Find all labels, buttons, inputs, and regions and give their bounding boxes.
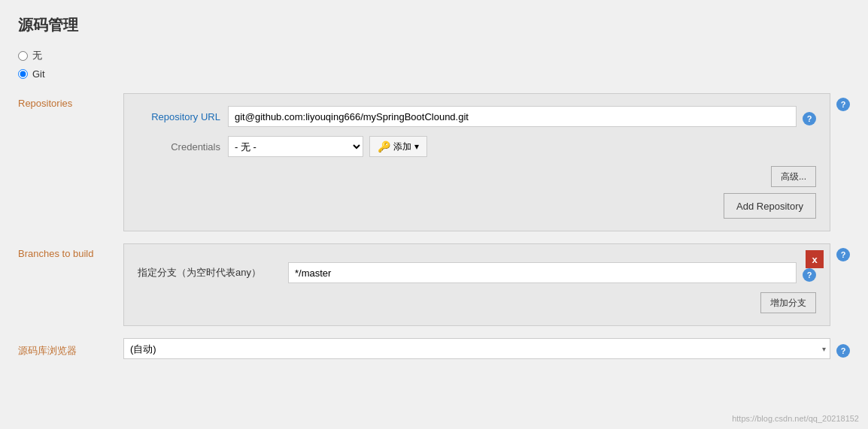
repositories-help-icon[interactable]: ?	[836, 98, 850, 111]
repo-url-help-icon[interactable]: ?	[803, 112, 816, 125]
repositories-section: Repositories Repository URL ? Credential…	[18, 93, 850, 231]
branch-form-row: 指定分支（为空时代表any） ?	[138, 262, 816, 283]
advanced-button[interactable]: 高级...	[771, 166, 816, 187]
radio-none-label: 无	[32, 49, 42, 62]
radio-none-input[interactable]	[18, 51, 28, 61]
page-title: 源码管理	[18, 15, 850, 35]
credentials-controls: - 无 - 🔑 添加 ▾	[228, 136, 816, 157]
credentials-select[interactable]: - 无 -	[228, 136, 363, 157]
key-icon: 🔑	[378, 140, 390, 153]
radio-git-input[interactable]	[18, 69, 28, 79]
branches-help-icon[interactable]: ?	[836, 248, 850, 261]
add-repository-button[interactable]: Add Repository	[724, 193, 816, 219]
browser-select-wrap: (自动) ▾	[123, 338, 830, 359]
browser-section: 源码库浏览器 (自动) ▾ ?	[18, 338, 850, 359]
source-type-radio-group: 无 Git	[18, 49, 850, 80]
radio-git-label: Git	[32, 68, 45, 80]
add-credentials-button[interactable]: 🔑 添加 ▾	[369, 136, 427, 157]
advanced-row: 高级...	[138, 166, 816, 187]
radio-git[interactable]: Git	[18, 68, 850, 80]
add-branch-button[interactable]: 增加分支	[760, 292, 816, 313]
add-credentials-label: 添加	[393, 140, 411, 153]
branches-section: Branches to build x 指定分支（为空时代表any） ? 增加分…	[18, 243, 850, 326]
branches-label: Branches to build	[18, 243, 123, 259]
browser-select[interactable]: (自动)	[123, 338, 830, 359]
radio-none[interactable]: 无	[18, 49, 850, 62]
credentials-label: Credentials	[138, 141, 228, 153]
delete-branch-button[interactable]: x	[806, 250, 824, 268]
add-credentials-arrow: ▾	[414, 141, 419, 152]
browser-help-icon[interactable]: ?	[836, 344, 850, 358]
repo-url-label: Repository URL	[138, 111, 228, 122]
repo-url-row: Repository URL ?	[138, 106, 816, 127]
repo-url-input[interactable]	[228, 106, 797, 127]
branch-input[interactable]	[288, 262, 797, 283]
add-branch-row: 增加分支	[138, 292, 816, 313]
credentials-row: Credentials - 无 - 🔑 添加 ▾	[138, 136, 816, 157]
repositories-content: Repository URL ? Credentials - 无 - 🔑 添加 …	[123, 93, 830, 231]
browser-label: 源码库浏览器	[18, 340, 123, 358]
branches-content: x 指定分支（为空时代表any） ? 增加分支	[123, 243, 830, 326]
branch-specifier-label: 指定分支（为空时代表any）	[138, 266, 288, 279]
repositories-label: Repositories	[18, 93, 123, 109]
add-repo-row: Add Repository	[138, 193, 816, 219]
branch-help-icon[interactable]: ?	[803, 268, 816, 282]
